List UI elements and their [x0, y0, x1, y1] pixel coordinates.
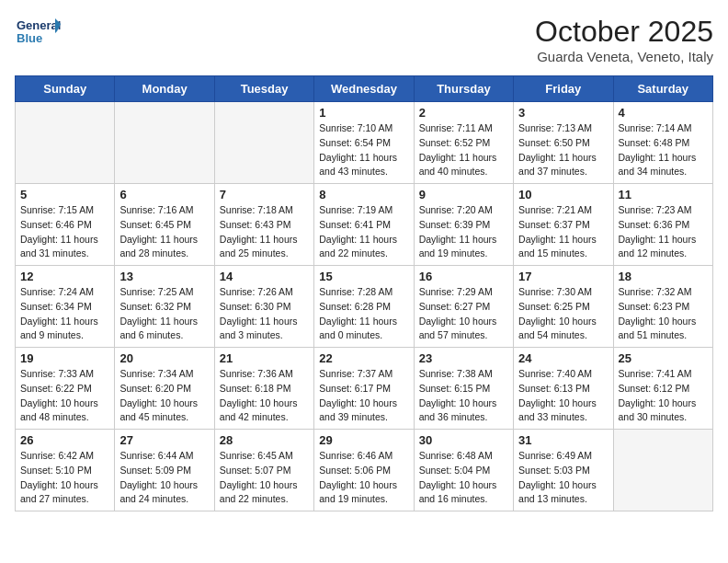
day-info: Sunrise: 6:49 AM Sunset: 5:03 PM Dayligh…: [518, 449, 608, 507]
calendar-cell: 3Sunrise: 7:13 AM Sunset: 6:50 PM Daylig…: [514, 102, 613, 184]
calendar-cell: 21Sunrise: 7:36 AM Sunset: 6:18 PM Dayli…: [214, 348, 313, 430]
calendar-cell: 15Sunrise: 7:28 AM Sunset: 6:28 PM Dayli…: [314, 266, 414, 348]
weekday-header-thursday: Thursday: [414, 76, 513, 102]
weekday-header-saturday: Saturday: [613, 76, 712, 102]
day-number: 28: [220, 433, 309, 447]
day-info: Sunrise: 7:28 AM Sunset: 6:28 PM Dayligh…: [319, 285, 408, 343]
day-number: 31: [518, 433, 608, 447]
calendar-cell: [613, 430, 712, 511]
weekday-header-sunday: Sunday: [16, 76, 115, 102]
calendar-cell: 27Sunrise: 6:44 AM Sunset: 5:09 PM Dayli…: [115, 430, 214, 511]
day-number: 29: [319, 433, 408, 447]
day-info: Sunrise: 7:26 AM Sunset: 6:30 PM Dayligh…: [220, 285, 309, 343]
day-number: 5: [20, 188, 109, 201]
calendar-week-row: 26Sunrise: 6:42 AM Sunset: 5:10 PM Dayli…: [16, 430, 713, 511]
day-info: Sunrise: 7:15 AM Sunset: 6:46 PM Dayligh…: [20, 203, 109, 261]
day-info: Sunrise: 7:10 AM Sunset: 6:54 PM Dayligh…: [319, 121, 408, 179]
day-info: Sunrise: 7:38 AM Sunset: 6:15 PM Dayligh…: [419, 367, 508, 425]
logo: General Blue: [15, 15, 64, 53]
logo-icon: General Blue: [15, 15, 61, 53]
day-info: Sunrise: 7:32 AM Sunset: 6:23 PM Dayligh…: [619, 285, 708, 343]
calendar-cell: [115, 102, 214, 184]
calendar-cell: 12Sunrise: 7:24 AM Sunset: 6:34 PM Dayli…: [16, 266, 115, 348]
day-number: 23: [419, 351, 508, 365]
day-number: 1: [319, 106, 408, 120]
day-info: Sunrise: 7:11 AM Sunset: 6:52 PM Dayligh…: [419, 121, 508, 179]
location-subtitle: Guarda Veneta, Veneto, Italy: [535, 49, 713, 64]
calendar-cell: 29Sunrise: 6:46 AM Sunset: 5:06 PM Dayli…: [314, 430, 414, 511]
calendar-week-row: 12Sunrise: 7:24 AM Sunset: 6:34 PM Dayli…: [16, 266, 713, 348]
day-number: 7: [220, 188, 309, 201]
day-info: Sunrise: 7:13 AM Sunset: 6:50 PM Dayligh…: [518, 121, 608, 179]
day-info: Sunrise: 7:16 AM Sunset: 6:45 PM Dayligh…: [119, 203, 209, 261]
day-number: 3: [518, 106, 608, 120]
calendar-cell: 26Sunrise: 6:42 AM Sunset: 5:10 PM Dayli…: [16, 430, 115, 511]
day-number: 20: [119, 351, 209, 365]
calendar-cell: 1Sunrise: 7:10 AM Sunset: 6:54 PM Daylig…: [314, 102, 414, 184]
day-number: 19: [20, 351, 109, 365]
day-info: Sunrise: 7:14 AM Sunset: 6:48 PM Dayligh…: [619, 121, 708, 179]
day-info: Sunrise: 7:20 AM Sunset: 6:39 PM Dayligh…: [419, 203, 508, 261]
day-info: Sunrise: 7:34 AM Sunset: 6:20 PM Dayligh…: [119, 367, 209, 425]
day-info: Sunrise: 7:24 AM Sunset: 6:34 PM Dayligh…: [20, 285, 109, 343]
day-number: 26: [20, 433, 109, 447]
weekday-header-row: SundayMondayTuesdayWednesdayThursdayFrid…: [16, 76, 713, 102]
calendar-cell: 5Sunrise: 7:15 AM Sunset: 6:46 PM Daylig…: [16, 184, 115, 266]
weekday-header-tuesday: Tuesday: [214, 76, 313, 102]
day-info: Sunrise: 7:29 AM Sunset: 6:27 PM Dayligh…: [419, 285, 508, 343]
day-info: Sunrise: 7:33 AM Sunset: 6:22 PM Dayligh…: [20, 367, 109, 425]
calendar-cell: 7Sunrise: 7:18 AM Sunset: 6:43 PM Daylig…: [214, 184, 313, 266]
day-info: Sunrise: 7:18 AM Sunset: 6:43 PM Dayligh…: [220, 203, 309, 261]
day-info: Sunrise: 7:36 AM Sunset: 6:18 PM Dayligh…: [220, 367, 309, 425]
day-info: Sunrise: 7:30 AM Sunset: 6:25 PM Dayligh…: [518, 285, 608, 343]
weekday-header-monday: Monday: [115, 76, 214, 102]
calendar-cell: 6Sunrise: 7:16 AM Sunset: 6:45 PM Daylig…: [115, 184, 214, 266]
day-number: 6: [119, 188, 209, 201]
day-number: 30: [419, 433, 508, 447]
page-header: General Blue October 2025 Guarda Veneta,…: [15, 15, 713, 64]
day-info: Sunrise: 6:42 AM Sunset: 5:10 PM Dayligh…: [20, 449, 109, 507]
day-number: 13: [119, 270, 209, 283]
day-number: 24: [518, 351, 608, 365]
day-number: 8: [319, 188, 408, 201]
day-number: 25: [619, 351, 708, 365]
month-title: October 2025: [535, 15, 713, 49]
day-number: 16: [419, 270, 508, 283]
calendar-cell: 19Sunrise: 7:33 AM Sunset: 6:22 PM Dayli…: [16, 348, 115, 430]
calendar-cell: 2Sunrise: 7:11 AM Sunset: 6:52 PM Daylig…: [414, 102, 513, 184]
calendar-cell: 20Sunrise: 7:34 AM Sunset: 6:20 PM Dayli…: [115, 348, 214, 430]
calendar-cell: 17Sunrise: 7:30 AM Sunset: 6:25 PM Dayli…: [514, 266, 613, 348]
calendar-cell: 8Sunrise: 7:19 AM Sunset: 6:41 PM Daylig…: [314, 184, 414, 266]
calendar-cell: 13Sunrise: 7:25 AM Sunset: 6:32 PM Dayli…: [115, 266, 214, 348]
day-info: Sunrise: 7:25 AM Sunset: 6:32 PM Dayligh…: [119, 285, 209, 343]
day-number: 15: [319, 270, 408, 283]
calendar-cell: 22Sunrise: 7:37 AM Sunset: 6:17 PM Dayli…: [314, 348, 414, 430]
calendar-cell: 31Sunrise: 6:49 AM Sunset: 5:03 PM Dayli…: [514, 430, 613, 511]
day-number: 12: [20, 270, 109, 283]
calendar-cell: 24Sunrise: 7:40 AM Sunset: 6:13 PM Dayli…: [514, 348, 613, 430]
day-info: Sunrise: 6:45 AM Sunset: 5:07 PM Dayligh…: [220, 449, 309, 507]
calendar-week-row: 5Sunrise: 7:15 AM Sunset: 6:46 PM Daylig…: [16, 184, 713, 266]
day-number: 9: [419, 188, 508, 201]
calendar-week-row: 1Sunrise: 7:10 AM Sunset: 6:54 PM Daylig…: [16, 102, 713, 184]
calendar-cell: 11Sunrise: 7:23 AM Sunset: 6:36 PM Dayli…: [613, 184, 712, 266]
calendar-cell: 28Sunrise: 6:45 AM Sunset: 5:07 PM Dayli…: [214, 430, 313, 511]
calendar-cell: 16Sunrise: 7:29 AM Sunset: 6:27 PM Dayli…: [414, 266, 513, 348]
day-number: 11: [619, 188, 708, 201]
day-number: 18: [619, 270, 708, 283]
day-info: Sunrise: 7:21 AM Sunset: 6:37 PM Dayligh…: [518, 203, 608, 261]
day-info: Sunrise: 7:37 AM Sunset: 6:17 PM Dayligh…: [319, 367, 408, 425]
title-block: October 2025 Guarda Veneta, Veneto, Ital…: [535, 15, 713, 64]
calendar-week-row: 19Sunrise: 7:33 AM Sunset: 6:22 PM Dayli…: [16, 348, 713, 430]
day-info: Sunrise: 7:41 AM Sunset: 6:12 PM Dayligh…: [619, 367, 708, 425]
calendar-cell: 10Sunrise: 7:21 AM Sunset: 6:37 PM Dayli…: [514, 184, 613, 266]
calendar-cell: [214, 102, 313, 184]
day-number: 21: [220, 351, 309, 365]
weekday-header-friday: Friday: [514, 76, 613, 102]
calendar-cell: 18Sunrise: 7:32 AM Sunset: 6:23 PM Dayli…: [613, 266, 712, 348]
day-info: Sunrise: 6:46 AM Sunset: 5:06 PM Dayligh…: [319, 449, 408, 507]
weekday-header-wednesday: Wednesday: [314, 76, 414, 102]
day-number: 14: [220, 270, 309, 283]
day-number: 27: [119, 433, 209, 447]
svg-text:Blue: Blue: [17, 31, 42, 45]
